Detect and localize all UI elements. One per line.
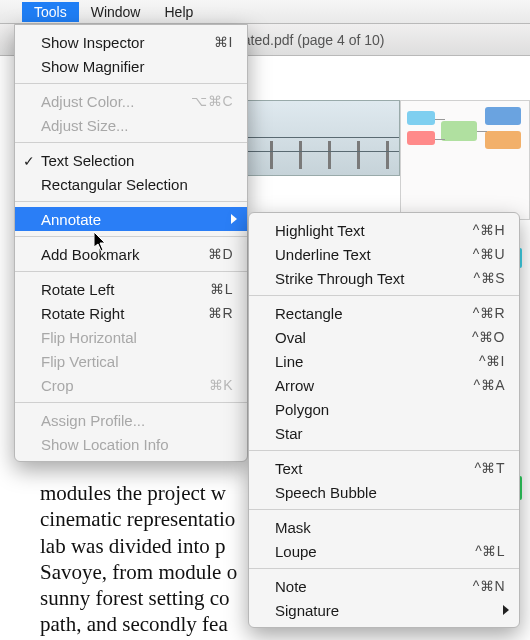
menu-show-location-info: Show Location Info	[15, 432, 247, 456]
menu-item-label: Polygon	[275, 401, 505, 418]
menubar-window[interactable]: Window	[79, 2, 153, 22]
menu-item-label: Signature	[275, 602, 505, 619]
menu-item-shortcut: ^⌘I	[451, 353, 505, 369]
menu-item-label: Arrow	[275, 377, 451, 394]
menu-item-shortcut: ^⌘N	[451, 578, 505, 594]
menu-item-shortcut: ^⌘A	[451, 377, 505, 393]
submenu-arrow-icon	[503, 605, 509, 615]
cursor-icon	[94, 232, 108, 252]
menu-oval[interactable]: Oval ^⌘O	[249, 325, 519, 349]
menubar-tools[interactable]: Tools	[22, 2, 79, 22]
menu-annotate[interactable]: Annotate	[15, 207, 247, 231]
menu-separator	[15, 271, 247, 272]
menu-item-label: Speech Bubble	[275, 484, 505, 501]
menu-separator	[15, 236, 247, 237]
menu-mask[interactable]: Mask	[249, 515, 519, 539]
menu-item-shortcut: ^⌘H	[451, 222, 505, 238]
menu-item-label: Assign Profile...	[41, 412, 233, 429]
menu-item-label: Annotate	[41, 211, 233, 228]
menu-loupe[interactable]: Loupe ^⌘L	[249, 539, 519, 563]
menu-add-bookmark[interactable]: Add Bookmark ⌘D	[15, 242, 247, 266]
menu-item-shortcut: ^⌘T	[451, 460, 505, 476]
menu-rotate-left[interactable]: Rotate Left ⌘L	[15, 277, 247, 301]
menu-flip-horizontal: Flip Horizontal	[15, 325, 247, 349]
menu-rectangle[interactable]: Rectangle ^⌘R	[249, 301, 519, 325]
menu-item-label: Rotate Left	[41, 281, 179, 298]
menu-rectangular-selection[interactable]: Rectangular Selection	[15, 172, 247, 196]
checkmark-icon: ✓	[23, 153, 35, 169]
menu-item-label: Show Magnifier	[41, 58, 233, 75]
menu-item-label: Adjust Color...	[41, 93, 179, 110]
menu-text-selection[interactable]: ✓ Text Selection	[15, 148, 247, 172]
menu-item-shortcut: ⌘I	[179, 34, 233, 50]
menu-separator	[15, 142, 247, 143]
menu-item-label: Mask	[275, 519, 505, 536]
menu-item-label: Show Location Info	[41, 436, 233, 453]
menu-separator	[249, 568, 519, 569]
menu-item-label: Show Inspector	[41, 34, 179, 51]
menu-item-label: Rectangular Selection	[41, 176, 233, 193]
menu-underline-text[interactable]: Underline Text ^⌘U	[249, 242, 519, 266]
menu-polygon[interactable]: Polygon	[249, 397, 519, 421]
menu-item-shortcut: ⌥⌘C	[179, 93, 233, 109]
menu-item-shortcut: ⌘L	[179, 281, 233, 297]
menu-rotate-right[interactable]: Rotate Right ⌘R	[15, 301, 247, 325]
menu-item-shortcut: ⌘R	[179, 305, 233, 321]
menu-item-shortcut: ⌘D	[179, 246, 233, 262]
menu-item-label: Highlight Text	[275, 222, 451, 239]
menu-item-label: Note	[275, 578, 451, 595]
menu-separator	[249, 295, 519, 296]
menu-item-label: Crop	[41, 377, 179, 394]
menu-item-label: Rotate Right	[41, 305, 179, 322]
menu-separator	[15, 402, 247, 403]
menu-arrow[interactable]: Arrow ^⌘A	[249, 373, 519, 397]
menu-note[interactable]: Note ^⌘N	[249, 574, 519, 598]
menu-text-annotation[interactable]: Text ^⌘T	[249, 456, 519, 480]
menu-item-label: Underline Text	[275, 246, 451, 263]
menu-item-shortcut: ^⌘L	[451, 543, 505, 559]
menu-highlight-text[interactable]: Highlight Text ^⌘H	[249, 218, 519, 242]
menu-line[interactable]: Line ^⌘I	[249, 349, 519, 373]
menu-show-magnifier[interactable]: Show Magnifier	[15, 54, 247, 78]
menu-item-label: Flip Vertical	[41, 353, 233, 370]
menu-speech-bubble[interactable]: Speech Bubble	[249, 480, 519, 504]
submenu-arrow-icon	[231, 214, 237, 224]
menu-item-label: Star	[275, 425, 505, 442]
menu-item-shortcut: ^⌘U	[451, 246, 505, 262]
menubar: Tools Window Help	[0, 0, 530, 24]
menu-item-label: Adjust Size...	[41, 117, 233, 134]
menu-flip-vertical: Flip Vertical	[15, 349, 247, 373]
menu-item-label: Line	[275, 353, 451, 370]
menu-item-label: Text Selection	[41, 152, 233, 169]
menu-item-shortcut: ^⌘R	[451, 305, 505, 321]
menu-item-label: Strike Through Text	[275, 270, 451, 287]
menu-adjust-color: Adjust Color... ⌥⌘C	[15, 89, 247, 113]
menu-item-label: Add Bookmark	[41, 246, 179, 263]
menu-signature[interactable]: Signature	[249, 598, 519, 622]
annotate-submenu: Highlight Text ^⌘H Underline Text ^⌘U St…	[248, 212, 520, 628]
menu-separator	[15, 201, 247, 202]
tools-menu: Show Inspector ⌘I Show Magnifier Adjust …	[14, 24, 248, 462]
menu-item-shortcut: ^⌘S	[451, 270, 505, 286]
menu-crop: Crop ⌘K	[15, 373, 247, 397]
menu-item-label: Rectangle	[275, 305, 451, 322]
menu-show-inspector[interactable]: Show Inspector ⌘I	[15, 30, 247, 54]
menu-item-shortcut: ^⌘O	[451, 329, 505, 345]
menu-item-shortcut: ⌘K	[179, 377, 233, 393]
menubar-help[interactable]: Help	[152, 2, 205, 22]
menu-separator	[249, 509, 519, 510]
menu-item-label: Text	[275, 460, 451, 477]
menu-item-label: Oval	[275, 329, 451, 346]
menu-item-label: Loupe	[275, 543, 451, 560]
menu-star[interactable]: Star	[249, 421, 519, 445]
menu-separator	[249, 450, 519, 451]
menu-strike-through-text[interactable]: Strike Through Text ^⌘S	[249, 266, 519, 290]
menu-adjust-size: Adjust Size...	[15, 113, 247, 137]
menu-separator	[15, 83, 247, 84]
menu-item-label: Flip Horizontal	[41, 329, 233, 346]
menu-assign-profile: Assign Profile...	[15, 408, 247, 432]
